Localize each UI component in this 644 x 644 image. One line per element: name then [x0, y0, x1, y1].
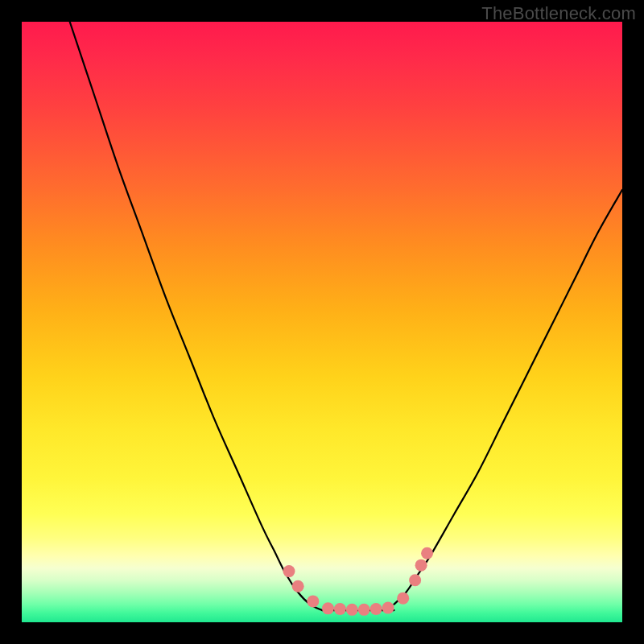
data-markers: [283, 547, 433, 616]
bottleneck-curve-svg: [22, 22, 622, 622]
data-marker: [292, 580, 304, 592]
data-marker: [370, 603, 382, 615]
plot-area: [22, 22, 622, 622]
data-marker: [409, 574, 421, 586]
data-marker: [421, 547, 433, 559]
curve-right-branch: [394, 190, 622, 605]
data-marker: [283, 565, 295, 577]
curve-left: [70, 22, 322, 610]
data-marker: [307, 595, 319, 607]
data-marker: [397, 592, 409, 605]
curve-left-branch: [70, 22, 322, 610]
watermark-text: TheBottleneck.com: [481, 3, 636, 24]
curve-right: [394, 190, 622, 605]
data-marker: [415, 559, 427, 572]
data-marker: [322, 602, 334, 614]
chart-frame: TheBottleneck.com: [0, 0, 644, 644]
data-marker: [382, 602, 394, 614]
data-marker: [358, 604, 370, 616]
data-marker: [334, 603, 346, 615]
data-marker: [346, 604, 358, 616]
